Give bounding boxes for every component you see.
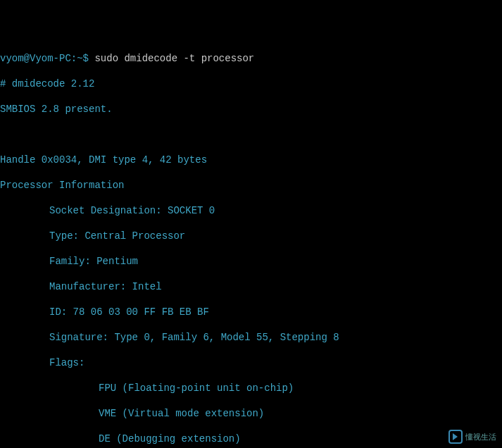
smbios-line: SMBIOS 2.8 present. <box>0 103 502 116</box>
flag-de: DE (Debugging extension) <box>0 433 502 445</box>
handle-line: Handle 0x0034, DMI type 4, 42 bytes <box>0 154 502 166</box>
watermark-text: 懂视生活 <box>465 430 496 443</box>
section-title: Processor Information <box>0 179 502 192</box>
field-id: ID: 78 06 03 00 FF FB EB BF <box>0 306 502 318</box>
command-prompt-line: vyom@Vyom-PC:~$ sudo dmidecode -t proces… <box>0 52 502 65</box>
blank-line <box>0 128 502 141</box>
entered-command: sudo dmidecode -t processor <box>94 53 254 64</box>
field-socket: Socket Designation: SOCKET 0 <box>0 204 502 217</box>
dmidecode-version-line: # dmidecode 2.12 <box>0 77 502 90</box>
flag-fpu: FPU (Floating-point unit on-chip) <box>0 382 502 394</box>
field-signature: Signature: Type 0, Family 6, Model 55, S… <box>0 331 502 344</box>
user-host-prompt: vyom@Vyom-PC:~$ <box>0 53 94 64</box>
watermark-play-icon <box>448 430 463 444</box>
flag-vme: VME (Virtual mode extension) <box>0 407 502 420</box>
field-type: Type: Central Processor <box>0 230 502 242</box>
field-manufacturer: Manufacturer: Intel <box>0 280 502 293</box>
watermark: 懂视生活 <box>448 430 496 444</box>
field-flags-label: Flags: <box>0 356 502 369</box>
field-family: Family: Pentium <box>0 255 502 268</box>
